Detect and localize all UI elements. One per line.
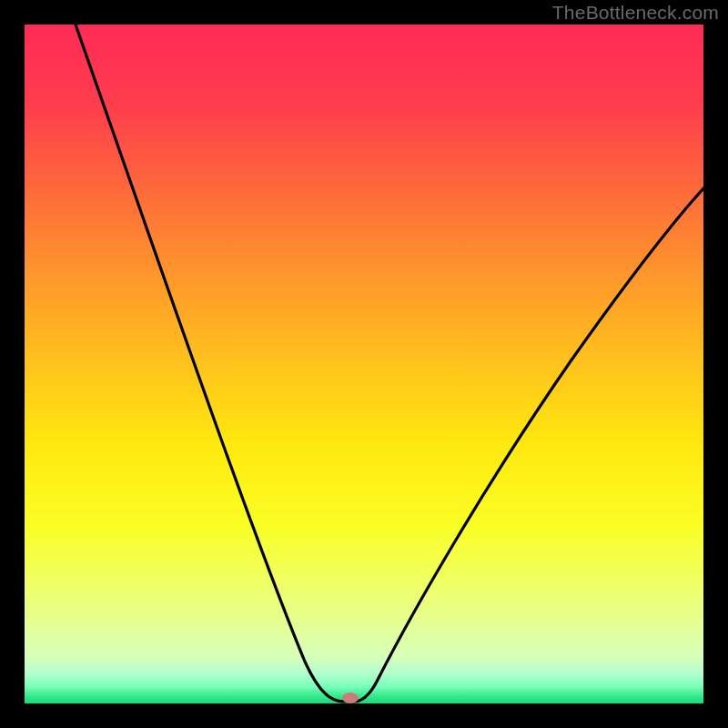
plot-area [25,25,703,703]
optimum-marker [342,693,359,703]
gradient-background [25,25,703,703]
chart-svg [25,25,703,703]
chart-frame: TheBottleneck.com [0,0,728,728]
watermark-label: TheBottleneck.com [552,2,719,24]
